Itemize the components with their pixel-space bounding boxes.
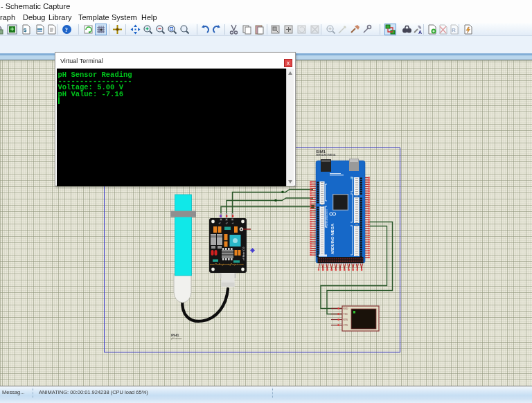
svg-text:RXD: RXD	[344, 307, 348, 310]
svg-text:TXD: TXD	[344, 313, 348, 316]
svg-text:?: ?	[65, 26, 69, 33]
svg-text:CTS: CTS	[344, 324, 348, 327]
svg-text:$: $	[24, 27, 27, 33]
svg-text:ARDUINO MEGA: ARDUINO MEGA	[330, 224, 335, 254]
svg-text:POWER ANALOG IN: POWER ANALOG IN	[326, 210, 328, 228]
svg-text:RTS: RTS	[344, 319, 348, 321]
svg-text:A: A	[418, 30, 422, 35]
svg-text:R: R	[452, 27, 456, 33]
